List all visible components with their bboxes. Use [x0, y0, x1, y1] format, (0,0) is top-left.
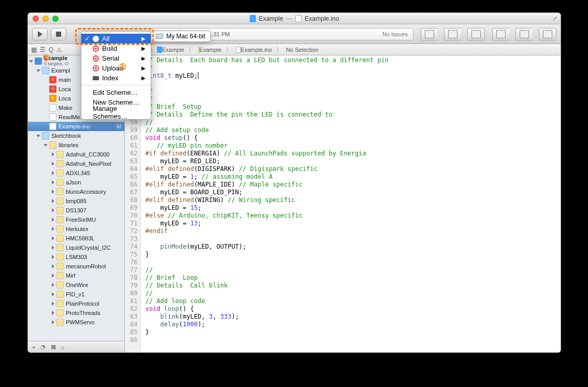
mac-icon	[156, 34, 163, 39]
left-panel-button[interactable]	[492, 28, 509, 40]
minimize-icon[interactable]	[42, 16, 49, 22]
symbol-navigator-icon[interactable]: ☰	[40, 46, 46, 53]
source-editor[interactable]: 5051525354555657585960616263646566676869…	[125, 55, 561, 352]
disclosure-icon[interactable]	[52, 171, 54, 175]
tree-row[interactable]: OneWire	[28, 280, 124, 290]
tree-row[interactable]: Herkulex	[28, 224, 124, 234]
panel-toggle-segmented	[492, 28, 556, 40]
disclosure-icon[interactable]	[52, 152, 54, 156]
tree-row[interactable]: mecanumRobot	[28, 262, 124, 271]
file-icon	[56, 319, 64, 326]
tree-row[interactable]: ADXL345	[28, 168, 124, 178]
stop-button[interactable]	[51, 28, 66, 40]
version-editor-button[interactable]	[467, 28, 485, 40]
menu-item-all[interactable]: ✓All▶	[81, 34, 151, 44]
disclosure-icon[interactable]	[52, 283, 54, 287]
tree-row[interactable]: PID_v1	[28, 290, 124, 299]
tree-label: main	[59, 77, 71, 83]
right-panel-button[interactable]	[539, 28, 556, 40]
disclosure-icon[interactable]	[52, 246, 54, 250]
zoom-icon[interactable]	[52, 16, 59, 22]
disclosure-icon[interactable]	[36, 135, 40, 137]
disclosure-icon[interactable]	[52, 320, 54, 324]
tree-label: Mirf	[66, 273, 75, 279]
crumb-group[interactable]: Example	[199, 47, 222, 53]
project-icon	[35, 58, 42, 65]
right-panel-icon	[543, 30, 552, 38]
issue-navigator-icon[interactable]: ⚠	[56, 46, 62, 53]
disclosure-icon[interactable]	[52, 292, 54, 296]
file-icon	[56, 160, 64, 167]
tree-row[interactable]: FreeSixIMU	[28, 215, 124, 224]
project-navigator-icon[interactable]: ▦	[31, 46, 37, 53]
tree-label: Adafruit_NeoPixel	[66, 161, 111, 167]
scheme-menu[interactable]: ✓All▶Build▶Serial▶Upload▶Index▶Edit Sche…	[81, 31, 151, 120]
close-icon[interactable]	[33, 16, 39, 22]
run-button[interactable]	[32, 28, 48, 40]
disclosure-icon[interactable]	[52, 255, 54, 259]
add-icon[interactable]: +	[32, 344, 35, 350]
crumb-selection[interactable]: No Selection	[286, 47, 318, 53]
activity-issues: No Issues	[377, 31, 413, 37]
disclosure-icon[interactable]	[52, 264, 54, 268]
fullscreen-icon[interactable]: ⤢	[553, 15, 557, 22]
disclosure-icon[interactable]	[52, 236, 54, 240]
file-icon	[56, 188, 64, 195]
tree-row[interactable]: aJson	[28, 178, 124, 187]
disclosure-icon[interactable]	[52, 208, 54, 212]
tree-row[interactable]: libraries	[28, 140, 124, 150]
menu-item-index[interactable]: Index▶	[81, 73, 151, 83]
crumb-project[interactable]: Example	[162, 47, 184, 53]
tree-row[interactable]: blunoAccessory	[28, 187, 124, 196]
tree-row[interactable]: LSM303	[28, 252, 124, 262]
destination-popover[interactable]: My Mac 64-bit	[150, 31, 211, 42]
disclosure-icon[interactable]	[52, 227, 54, 231]
tree-label: ADXL345	[66, 170, 90, 176]
file-icon	[56, 169, 64, 177]
file-icon	[56, 151, 64, 158]
disclosure-icon[interactable]	[52, 162, 54, 166]
crumb-file[interactable]: Example.ino	[241, 47, 273, 53]
tree-label: LiquidCrystal_I2C	[66, 245, 111, 251]
tree-row[interactable]: Sketchbook	[28, 131, 124, 140]
tree-row[interactable]: Adafruit_NeoPixel	[28, 159, 124, 168]
tree-row[interactable]: HMC5883L	[28, 234, 124, 243]
menu-item-manage-schemes-[interactable]: Manage Schemes…	[81, 107, 151, 117]
disclosure-icon[interactable]	[52, 302, 54, 306]
jump-bar[interactable]: ◀ ▶ Example 〉 Example 〉 Example.ino 〉 No…	[125, 44, 561, 55]
tree-row[interactable]: Example.inoM	[28, 122, 124, 131]
assistant-editor-button[interactable]	[444, 28, 461, 40]
filter-field-icon[interactable]: ⌕	[61, 344, 65, 350]
bottom-panel-button[interactable]	[515, 28, 533, 40]
tree-row[interactable]: PWMServo	[28, 318, 124, 327]
tree-label: PlainProtocol	[66, 300, 99, 307]
disclosure-icon[interactable]	[52, 274, 54, 278]
disclosure-icon[interactable]	[52, 199, 54, 203]
disclosure-icon[interactable]	[52, 180, 54, 184]
menu-item-upload[interactable]: Upload▶	[81, 63, 151, 73]
tree-row[interactable]: DS1307	[28, 206, 124, 215]
disclosure-icon[interactable]	[52, 218, 54, 222]
tree-row[interactable]: Adafruit_CC3000	[28, 150, 124, 159]
disclosure-icon[interactable]	[36, 69, 40, 72]
standard-editor-button[interactable]	[421, 28, 438, 40]
monitor-icon	[93, 76, 99, 80]
tree-row[interactable]: ProtoThreads	[28, 308, 124, 318]
search-navigator-icon[interactable]: Q	[49, 46, 53, 53]
menu-item-build[interactable]: Build▶	[81, 44, 151, 53]
disclosure-icon[interactable]	[52, 311, 54, 315]
menu-item-edit-scheme-[interactable]: Edit Scheme…	[81, 88, 151, 97]
tree-row[interactable]: LiquidCrystal_I2C	[28, 243, 124, 252]
disclosure-icon[interactable]	[44, 144, 48, 147]
tree-row[interactable]: PlainProtocol	[28, 299, 124, 308]
menu-item-serial[interactable]: Serial▶	[81, 53, 151, 63]
filter-icon[interactable]: ▦	[51, 343, 56, 350]
tree-row[interactable]: Mirf	[28, 271, 124, 280]
project-sub: 5 targets, O	[44, 61, 68, 67]
file-icon	[56, 244, 64, 251]
disclosure-icon[interactable]	[52, 190, 54, 194]
tree-row[interactable]: bmp085	[28, 196, 124, 206]
editor-mode-segmented	[421, 28, 485, 40]
code-content[interactable]: // Details Each board has a LED but conn…	[141, 55, 389, 352]
clock-icon[interactable]: ◔	[40, 343, 46, 350]
